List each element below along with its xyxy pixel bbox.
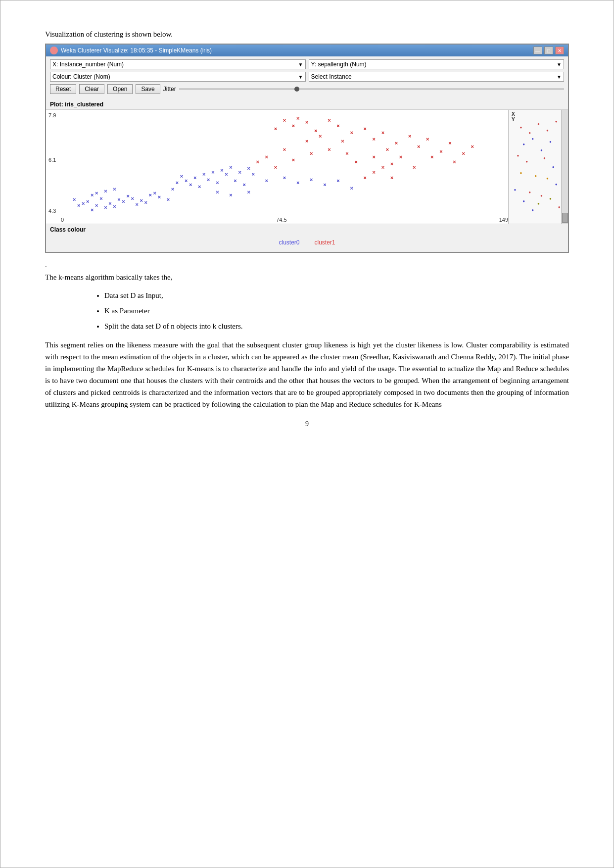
scrollbar-thumb [562,213,568,223]
plot-area: 7.9 6.1 4.3 × × × × × × × × × × × [46,110,568,224]
button-row: Reset Clear Open Save Jitter [50,84,564,94]
x-axis-labels: 0 74.5 149 [61,217,508,223]
select-instance-arrow: ▼ [557,74,562,80]
scatter-plot: 7.9 6.1 4.3 × × × × × × × × × × × [46,110,509,224]
sidebar-y-label: Y [512,117,515,122]
colour-row: Colour: Cluster (Nom) ▼ Select Instance … [50,72,564,82]
legend-cluster1: cluster1 [315,239,335,246]
scatter-canvas: × × × × × × × × × × × × × × × × × [61,110,508,214]
y-axis-mid: 6.1 [48,157,56,163]
clear-button[interactable]: Clear [79,84,104,94]
sidebar-x-label: X [512,111,515,117]
close-button[interactable]: ✕ [555,47,564,54]
reset-button[interactable]: Reset [50,84,76,94]
bullet-item-3: Split the data set D of n objects into k… [104,320,569,333]
jitter-slider[interactable] [179,88,564,90]
body-paragraph: This segment relies on the likeness meas… [45,339,569,410]
class-colour-label: Class colour [50,226,564,233]
y-dropdown[interactable]: Y: sepallength (Num) ▼ [309,59,565,69]
scrollbar[interactable] [561,110,568,224]
weka-controls: X: Instance_number (Num) ▼ Y: sepallengt… [46,56,568,99]
y-dropdown-label: Y: sepallength (Num) [311,61,367,68]
x-dropdown-arrow: ▼ [298,62,303,67]
weka-titlebar: Weka Clusterer Visualize: 18:05:35 - Sim… [46,45,568,56]
page-number: 9 [45,420,569,428]
weka-window: Weka Clusterer Visualize: 18:05:35 - Sim… [45,44,569,253]
xy-row: X: Instance_number (Num) ▼ Y: sepallengt… [50,59,564,69]
period: . [45,261,569,269]
sidebar-scatter: X Y ● ● ● ● ● ● ● ● ● ● ● ● ● ● [509,110,568,224]
y-dropdown-arrow: ▼ [557,62,562,67]
x-dropdown-label: X: Instance_number (Num) [52,61,124,68]
class-legend: cluster0 cluster1 [50,235,564,250]
minimize-button[interactable]: — [533,47,542,54]
bullet-list: Data set D as Input, K as Parameter Spli… [45,289,569,333]
weka-titlebar-left: Weka Clusterer Visualize: 18:05:35 - Sim… [50,47,212,54]
plot-label: Plot: iris_clustered [46,99,568,110]
colour-dropdown-label: Colour: Cluster (Nom) [52,73,110,80]
page: Visualization of clustering is shown bel… [0,0,614,868]
y-axis-top: 7.9 [48,112,56,118]
weka-icon [50,47,58,54]
mini-plot: X Y ● ● ● ● ● ● ● ● ● ● ● ● ● ● [509,110,568,224]
select-instance-label: Select Instance [311,73,352,80]
bullet-item-1: Data set D as Input, [104,289,569,302]
maximize-button[interactable]: □ [544,47,553,54]
jitter-label: Jitter [163,86,176,93]
open-button[interactable]: Open [107,84,133,94]
bullet-item-2: K as Parameter [104,304,569,318]
jitter-control: Jitter [163,86,564,93]
x-dropdown[interactable]: X: Instance_number (Num) ▼ [50,59,306,69]
legend-cluster0: cluster0 [279,239,299,246]
x-axis-mid: 74.5 [276,217,286,223]
x-axis-max: 149 [499,217,508,223]
save-button[interactable]: Save [136,84,160,94]
jitter-knob [294,87,299,92]
y-axis-bot: 4.3 [48,208,56,214]
weka-title: Weka Clusterer Visualize: 18:05:35 - Sim… [61,47,212,54]
select-instance-dropdown[interactable]: Select Instance ▼ [309,72,565,82]
colour-dropdown[interactable]: Colour: Cluster (Nom) ▼ [50,72,306,82]
intro-text: The k-means algorithm basically takes th… [45,271,569,283]
class-colour-bar: Class colour cluster0 cluster1 [46,224,568,252]
x-axis-0: 0 [61,217,64,223]
viz-caption: Visualization of clustering is shown bel… [45,30,569,39]
colour-dropdown-arrow: ▼ [298,74,303,80]
weka-titlebar-buttons: — □ ✕ [533,47,564,54]
